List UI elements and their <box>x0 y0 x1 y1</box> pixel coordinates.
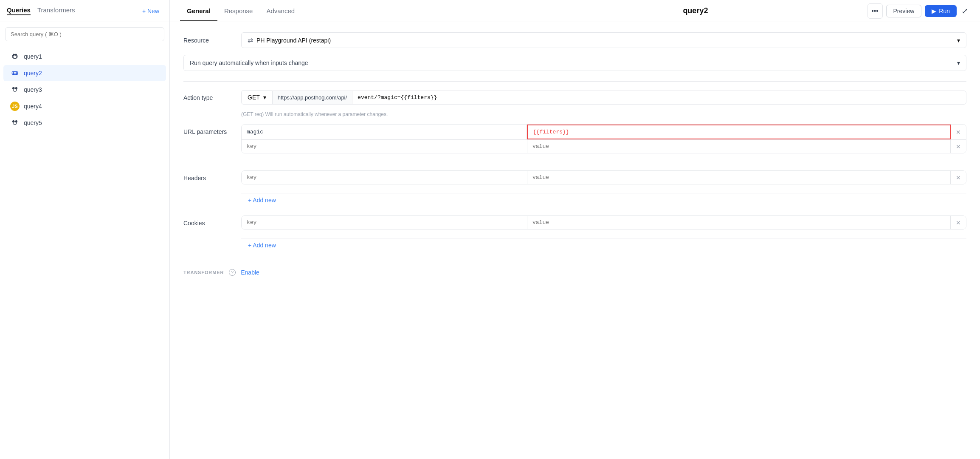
cookies-section: ✕ + Add new <box>241 215 966 252</box>
action-inputs: GET ▾ https://app.posthog.com/api/ event… <box>241 90 966 105</box>
url-path-highlight: {{filters}} <box>401 94 437 101</box>
query-label: query5 <box>24 119 42 126</box>
cookie-delete-button[interactable]: ✕ <box>951 216 966 229</box>
new-query-button[interactable]: + New <box>139 6 163 16</box>
avatar-icon: JS <box>10 102 20 111</box>
bear-icon <box>10 52 20 61</box>
sidebar-tabs: Queries Transformers <box>7 6 132 15</box>
resource-select-left: ⇄ PH Playground API (restapi) <box>248 36 331 44</box>
tab-response[interactable]: Response <box>217 0 260 21</box>
url-params-table: ✕ ✕ <box>241 124 966 153</box>
bear-icon <box>10 85 20 94</box>
tab-general[interactable]: General <box>180 0 217 21</box>
cookies-label: Cookies <box>183 215 234 227</box>
param-key-input[interactable] <box>242 140 527 153</box>
main-panel: General Response Advanced query2 ••• Pre… <box>170 0 980 459</box>
headers-table: ✕ <box>241 170 966 184</box>
auto-run-select[interactable]: Run query automatically when inputs chan… <box>183 55 966 71</box>
svg-point-12 <box>15 121 17 122</box>
cookies-row: Cookies ✕ + Add new <box>183 215 966 252</box>
transformer-section: TRANSFORMER ? Enable <box>183 269 966 276</box>
chevron-down-icon: ▾ <box>957 60 960 66</box>
header-value-input[interactable] <box>527 171 951 184</box>
transformer-enable-button[interactable]: Enable <box>241 269 259 276</box>
add-header-button[interactable]: + Add new <box>241 193 966 207</box>
sidebar-tab-queries[interactable]: Queries <box>7 6 31 15</box>
header-delete-button[interactable]: ✕ <box>951 171 966 184</box>
expand-button[interactable]: ⤢ <box>960 5 970 17</box>
main-tabs: General Response Advanced <box>180 0 524 21</box>
table-row: ✕ <box>242 140 966 153</box>
more-options-button[interactable]: ••• <box>867 3 883 19</box>
transformer-label: TRANSFORMER <box>183 270 224 275</box>
url-params-label: URL parameters <box>183 124 234 135</box>
param-key-input[interactable] <box>242 125 527 139</box>
method-value: GET <box>248 94 260 101</box>
api-icon <box>10 68 20 78</box>
help-icon[interactable]: ? <box>229 269 236 276</box>
query-label: query1 <box>24 53 42 60</box>
preview-button[interactable]: Preview <box>886 5 922 17</box>
url-base: https://app.posthog.com/api/ <box>272 91 352 105</box>
query-label: query3 <box>24 86 42 93</box>
url-path: event/?magic={{filters}} <box>352 91 966 105</box>
param-delete-button[interactable]: ✕ <box>951 140 966 153</box>
resource-select[interactable]: ⇄ PH Playground API (restapi) ▾ <box>241 32 966 48</box>
svg-point-8 <box>13 88 14 89</box>
main-header: General Response Advanced query2 ••• Pre… <box>170 0 980 22</box>
headers-label: Headers <box>183 170 234 181</box>
headers-section: ✕ + Add new <box>241 170 966 207</box>
chevron-down-icon: ▾ <box>957 37 960 44</box>
run-button[interactable]: ▶ Run <box>925 5 957 17</box>
table-row: ✕ <box>242 171 966 184</box>
bear-icon <box>10 118 20 128</box>
param-delete-button[interactable]: ✕ <box>951 125 966 139</box>
url-params-row: URL parameters ✕ ✕ <box>183 124 966 162</box>
table-row: ✕ <box>242 125 966 140</box>
section-divider <box>183 81 966 82</box>
cookie-value-input[interactable] <box>527 216 951 229</box>
run-play-icon: ▶ <box>932 8 936 14</box>
list-item[interactable]: query3 <box>3 82 166 98</box>
svg-point-9 <box>15 88 17 89</box>
resource-label: Resource <box>183 37 234 44</box>
action-type-label: Action type <box>183 90 234 101</box>
cookie-key-input[interactable] <box>242 216 527 229</box>
resource-row: Resource ⇄ PH Playground API (restapi) ▾ <box>183 32 966 48</box>
tab-advanced[interactable]: Advanced <box>259 0 301 21</box>
param-value-input[interactable] <box>527 140 951 153</box>
param-value-input[interactable] <box>527 125 951 139</box>
list-item[interactable]: query1 <box>3 48 166 65</box>
chevron-down-icon: ▾ <box>263 94 266 101</box>
content-area: Resource ⇄ PH Playground API (restapi) ▾… <box>170 22 980 459</box>
add-cookie-button[interactable]: + Add new <box>241 238 966 252</box>
svg-point-2 <box>13 55 17 58</box>
resource-value: PH Playground API (restapi) <box>256 37 331 44</box>
query-list: query1 query2 que <box>0 46 169 133</box>
list-item[interactable]: JS query4 <box>3 98 166 114</box>
sidebar: Queries Transformers + New query1 <box>0 0 170 459</box>
query-label: query4 <box>24 103 42 110</box>
sidebar-tab-transformers[interactable]: Transformers <box>37 6 75 15</box>
query-label: query2 <box>24 70 42 76</box>
header-key-input[interactable] <box>242 171 527 184</box>
search-input[interactable] <box>5 27 164 41</box>
cookies-table: ✕ <box>241 215 966 230</box>
list-item[interactable]: query5 <box>3 115 166 131</box>
query-title: query2 <box>524 6 867 15</box>
method-select[interactable]: GET ▾ <box>241 90 272 105</box>
list-item[interactable]: query2 <box>3 65 166 81</box>
headers-row: Headers ✕ + Add new <box>183 170 966 207</box>
sidebar-header: Queries Transformers + New <box>0 0 169 22</box>
auto-run-label: Run query automatically when inputs chan… <box>190 60 308 66</box>
action-type-row: Action type GET ▾ https://app.posthog.co… <box>183 90 966 105</box>
table-row: ✕ <box>242 216 966 229</box>
header-actions: ••• Preview ▶ Run ⤢ <box>867 3 970 19</box>
get-hint: (GET req) Will run automatically wheneve… <box>241 111 966 117</box>
resource-api-icon: ⇄ <box>248 36 253 44</box>
svg-point-11 <box>13 121 14 122</box>
